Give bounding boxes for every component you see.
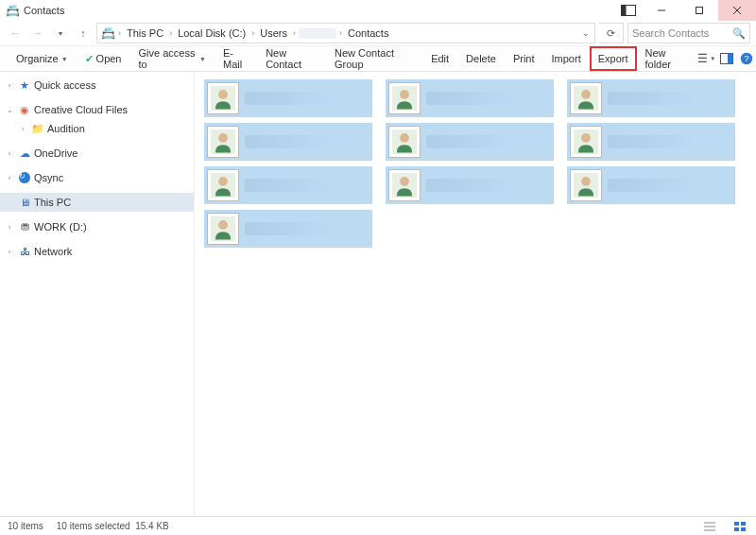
svg-rect-1 [622,6,627,16]
nav-label: Quick access [34,79,95,91]
contact-tile[interactable] [567,79,735,117]
pc-icon: 🖥 [17,195,32,210]
svg-point-13 [400,90,409,99]
refresh-button[interactable]: ⟳ [599,23,624,43]
breadcrumb-seg-0[interactable]: This PC [124,27,166,39]
navigation-pane: › ★ Quick access ⌄ ◉ Creative Cloud File… [0,72,195,516]
contact-name-redacted [608,179,717,192]
contact-avatar-icon [388,169,421,201]
contact-tile[interactable] [567,166,735,204]
chevron-right-icon: › [4,248,15,256]
contact-name-redacted [245,92,354,105]
address-folder-icon: 📇 [101,26,115,40]
nav-qsync[interactable]: › ↻ Qsync [0,168,194,187]
ribbon-toggle-icon[interactable] [618,3,639,18]
address-bar[interactable]: 📇 › This PC › Local Disk (C:) › Users › … [96,23,595,43]
contact-tile[interactable] [567,123,735,161]
nav-label: Network [34,246,72,257]
status-selected: 10 items selected 15.4 KB [57,521,169,531]
tiles-view-button[interactable] [731,520,748,533]
status-bar: 10 items 10 items selected 15.4 KB [0,516,756,535]
help-button[interactable]: ? [736,48,756,69]
new-folder-button[interactable]: New folder [637,46,697,71]
contact-tile[interactable] [204,123,372,161]
delete-button[interactable]: Delete [457,46,505,71]
organize-button[interactable]: Organize▼ [8,46,77,71]
nav-network[interactable]: › 🖧 Network [0,242,194,261]
contact-avatar-icon [570,169,602,201]
svg-rect-34 [741,522,746,526]
email-button[interactable]: E-Mail [215,46,257,71]
title-bar: 📇 Contacts [0,0,756,21]
onedrive-icon: ☁ [17,146,32,161]
window-title: Contacts [24,5,64,16]
nav-audition[interactable]: › 📁 Audition [0,119,194,138]
contact-tile[interactable] [204,79,372,117]
status-item-count: 10 items [8,521,43,531]
contact-tile[interactable] [386,123,554,161]
contact-tile[interactable] [204,210,372,248]
contact-avatar-icon [207,169,239,201]
svg-rect-35 [734,527,739,531]
contact-avatar-icon [388,126,421,158]
network-icon: 🖧 [17,244,32,259]
breadcrumb-seg-3[interactable] [299,28,336,39]
contacts-grid [204,79,747,248]
contact-avatar-icon [570,82,602,114]
nav-quick-access[interactable]: › ★ Quick access [0,76,194,95]
nav-onedrive[interactable]: › ☁ OneDrive [0,144,194,163]
nav-creative-cloud[interactable]: ⌄ ◉ Creative Cloud Files [0,100,194,119]
drive-icon: ⛃ [17,219,32,234]
chevron-down-icon: ⌄ [4,106,15,114]
export-button[interactable]: Export [590,46,637,71]
chevron-right-icon: › [4,174,15,182]
edit-button[interactable]: Edit [422,46,457,71]
search-input[interactable]: Search Contacts 🔍 [627,23,750,43]
open-icon: ✔ [85,53,94,65]
contact-tile[interactable] [386,166,554,204]
nav-work-d[interactable]: › ⛃ WORK (D:) [0,217,194,236]
contact-name-redacted [608,135,717,148]
view-options-button[interactable]: ☰▼ [696,48,716,69]
recent-locations-button[interactable]: ▾ [51,24,70,43]
minimize-button[interactable] [643,0,680,21]
breadcrumb-seg-1[interactable]: Local Disk (C:) [175,27,249,39]
contact-tile[interactable] [386,79,554,117]
breadcrumb-seg-4[interactable]: Contacts [345,27,391,39]
svg-point-27 [581,177,591,186]
svg-point-11 [218,90,228,99]
up-button[interactable]: ↑ [74,24,93,43]
nav-label: This PC [34,197,71,208]
forward-button[interactable]: → [28,24,47,43]
contact-tile[interactable] [204,166,372,204]
contact-name-redacted [426,92,536,105]
new-contact-group-button[interactable]: New Contact Group [326,46,422,71]
import-button[interactable]: Import [543,46,590,71]
svg-point-17 [218,133,228,143]
breadcrumb-sep: › [250,28,255,38]
back-button[interactable]: ← [6,24,25,43]
print-button[interactable]: Print [505,46,543,71]
svg-point-29 [218,220,228,230]
content-pane[interactable] [195,72,756,516]
chevron-right-icon: › [4,223,15,232]
breadcrumb-sep: › [292,28,297,38]
address-dropdown-icon[interactable]: ⌄ [581,28,591,38]
maximize-button[interactable] [680,0,718,21]
new-contact-button[interactable]: New Contact [257,46,326,71]
open-button[interactable]: ✔Open [77,46,130,71]
nav-this-pc[interactable]: › 🖥 This PC [0,193,194,212]
svg-rect-33 [734,522,739,526]
command-toolbar: Organize▼ ✔Open Give access to▼ E-Mail N… [0,45,756,72]
breadcrumb-seg-2[interactable]: Users [257,27,290,39]
close-button[interactable] [718,0,756,21]
svg-rect-3 [696,8,703,14]
details-view-button[interactable] [701,520,718,533]
svg-point-25 [400,177,409,186]
contact-avatar-icon [207,126,239,158]
breadcrumb-sep: › [338,28,343,38]
contact-name-redacted [426,135,536,148]
preview-pane-button[interactable] [716,48,736,69]
give-access-button[interactable]: Give access to▼ [130,46,215,71]
contact-avatar-icon [207,213,239,245]
